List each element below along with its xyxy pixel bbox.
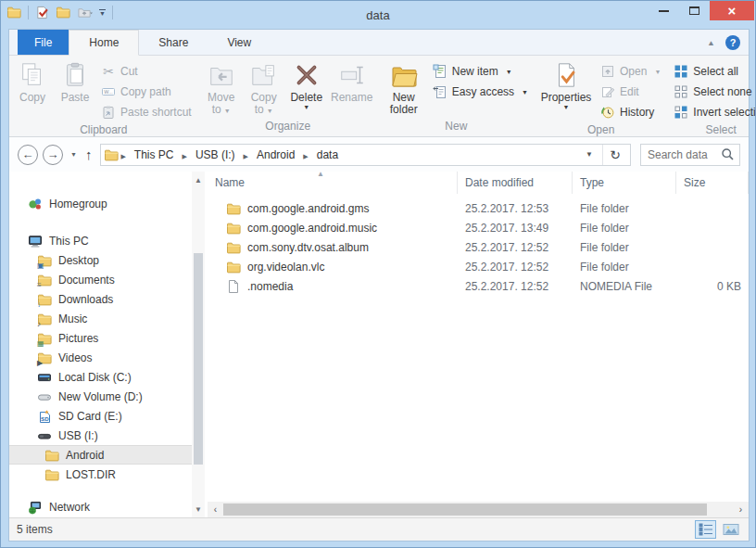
address-dropdown-icon[interactable]: ▼ (576, 150, 602, 159)
minimize-button[interactable] (649, 1, 679, 20)
sidebar-item-pictures[interactable]: ▦Pictures (9, 328, 192, 348)
sidebar-item-label: Downloads (58, 293, 113, 306)
file-name: com.sony.dtv.osat.album (247, 241, 369, 254)
column-header-name[interactable]: Name (208, 172, 458, 194)
delete-button[interactable]: Delete ▼ (285, 57, 328, 110)
file-row-nomedia[interactable]: .nomedia25.2.2017. 12:52NOMEDIA File0 KB (208, 276, 749, 296)
tab-file[interactable]: File (18, 30, 69, 55)
forward-button[interactable]: → (43, 145, 63, 165)
sidebar-item-label: Videos (58, 351, 92, 364)
copy-path-button[interactable]: W... Copy path (96, 82, 196, 102)
sidebar-tree: HomegroupThis PC▣Desktop≡Documents↓Downl… (9, 172, 192, 517)
group-new: New folder New item▼ Easy access▼ New (378, 56, 535, 136)
select-none-button[interactable]: Select none (669, 82, 756, 102)
breadcrumb-item-android[interactable]: Android (250, 147, 301, 162)
edit-button[interactable]: Edit (596, 82, 665, 102)
paste-shortcut-icon (101, 105, 116, 120)
column-header-type[interactable]: Type (573, 172, 676, 194)
usb-drive-icon (37, 428, 52, 443)
minimize-ribbon-icon[interactable]: ▲ (707, 38, 715, 46)
invert-selection-icon (674, 105, 688, 120)
thumbnails-view-button[interactable] (720, 520, 741, 539)
sidebar-item-usb-i[interactable]: USB (I:) (9, 426, 192, 445)
sidebar-item-homegroup[interactable]: Homegroup (9, 194, 192, 213)
tab-home[interactable]: Home (69, 30, 139, 56)
horizontal-scrollbar[interactable]: ‹ › (208, 502, 749, 517)
history-icon (600, 105, 615, 120)
new-folder-button[interactable]: New folder (380, 57, 428, 116)
new-item-button[interactable]: New item▼ (428, 61, 533, 82)
paste-button[interactable]: Paste (54, 57, 96, 104)
cut-icon: ✂ (101, 64, 116, 79)
customize-qat-icon[interactable]: ▼ (99, 9, 106, 16)
folder-icon (44, 467, 59, 482)
column-headers: ▲ Name Date modified Type Size (208, 172, 749, 194)
scroll-right-icon[interactable]: › (733, 502, 749, 517)
up-button[interactable]: ↑ (85, 147, 93, 162)
cut-button[interactable]: ✂ Cut (96, 61, 196, 82)
sidebar-item-new-volume-d[interactable]: New Volume (D:) (9, 387, 192, 406)
address-bar[interactable]: ▶This PC▶USB (I:)▶Android▶data ▼ ↻ (100, 144, 631, 166)
sidebar-item-network[interactable]: Network (9, 497, 192, 516)
sidebar-item-label: Local Disk (C:) (58, 371, 132, 384)
sidebar-item-videos[interactable]: ▶Videos (9, 348, 192, 367)
sidebar-item-lost-dir[interactable]: LOST.DIR (9, 465, 192, 484)
copy-to-button[interactable]: Copy to▼ (243, 57, 285, 117)
tab-view[interactable]: View (208, 30, 271, 55)
invert-selection-button[interactable]: Invert selection (669, 102, 756, 122)
folder-up-icon[interactable] (77, 6, 93, 19)
refresh-icon[interactable]: ↻ (602, 145, 627, 165)
back-button[interactable]: ← (18, 145, 38, 165)
column-header-size[interactable]: Size (676, 172, 749, 194)
scroll-left-icon[interactable]: ‹ (208, 502, 223, 517)
tab-share[interactable]: Share (139, 30, 208, 55)
easy-access-button[interactable]: Easy access▼ (428, 82, 533, 102)
sidebar-item-this-pc[interactable]: This PC (9, 231, 192, 250)
details-view-button[interactable] (695, 520, 716, 539)
file-name: .nomedia (247, 280, 293, 293)
sidebar-item-desktop[interactable]: ▣Desktop (9, 250, 192, 270)
help-icon[interactable]: ? (725, 35, 740, 50)
search-input[interactable] (646, 147, 720, 162)
recent-locations-icon[interactable]: ▼ (70, 151, 77, 158)
sidebar-item-label: Music (58, 312, 87, 325)
select-all-button[interactable]: Select all (669, 61, 756, 82)
breadcrumb-item-usb-i[interactable]: USB (I:) (189, 147, 242, 162)
file-row-org-videolan-vlc[interactable]: org.videolan.vlc25.2.2017. 12:52File fol… (208, 257, 749, 276)
scrollbar-thumb[interactable] (223, 503, 707, 516)
sidebar-item-music[interactable]: ♪Music (9, 309, 192, 328)
sidebar-scrollbar[interactable]: ▲ ▼ (192, 172, 205, 517)
file-name-cell: com.google.android.gms (208, 201, 458, 216)
scroll-down-icon[interactable]: ▼ (192, 503, 205, 516)
scrollbar-thumb[interactable] (194, 253, 203, 465)
close-button[interactable]: × (710, 1, 754, 20)
sidebar-gap (9, 213, 192, 231)
open-button[interactable]: Open▼ (596, 61, 665, 82)
sidebar-item-sd-card-e[interactable]: SDSD Card (E:) (9, 406, 192, 426)
file-row-com-google-android-music[interactable]: com.google.android.music25.2.2017. 13:49… (208, 218, 749, 237)
breadcrumb-item-this-pc[interactable]: This PC (128, 147, 181, 162)
sidebar-item-documents[interactable]: ≡Documents (9, 270, 192, 289)
ribbon: Copy Paste ✂ Cut W... Copy path (9, 56, 749, 137)
sidebar-item-downloads[interactable]: ↓Downloads (9, 289, 192, 309)
sidebar-item-android[interactable]: Android (9, 445, 192, 465)
file-row-com-sony-dtv-osat-album[interactable]: com.sony.dtv.osat.album25.2.2017. 12:52F… (208, 237, 749, 257)
scroll-up-icon[interactable]: ▲ (192, 173, 205, 186)
copy-button[interactable]: Copy (11, 57, 54, 104)
move-to-button[interactable]: Move to▼ (200, 57, 243, 117)
search-icon[interactable] (720, 147, 735, 162)
properties-check-icon[interactable] (35, 6, 49, 19)
thumbnails-view-icon (723, 521, 739, 538)
file-row-com-google-android-gms[interactable]: com.google.android.gms25.2.2017. 12:53Fi… (208, 198, 749, 218)
paste-shortcut-button[interactable]: Paste shortcut (96, 102, 196, 122)
column-header-date-modified[interactable]: Date modified (458, 172, 573, 194)
file-date-modified: 25.2.2017. 12:52 (458, 261, 573, 274)
file-rows: com.google.android.gms25.2.2017. 12:53Fi… (208, 198, 749, 296)
breadcrumb-item-data[interactable]: data (310, 147, 345, 162)
rename-button[interactable]: Rename (328, 57, 376, 104)
new-folder-qat-icon[interactable] (56, 5, 70, 19)
sidebar-item-local-disk-c[interactable]: Local Disk (C:) (9, 367, 192, 387)
history-button[interactable]: History (596, 102, 665, 122)
maximize-button[interactable] (679, 1, 710, 20)
properties-button[interactable]: Properties ▼ (536, 57, 596, 110)
